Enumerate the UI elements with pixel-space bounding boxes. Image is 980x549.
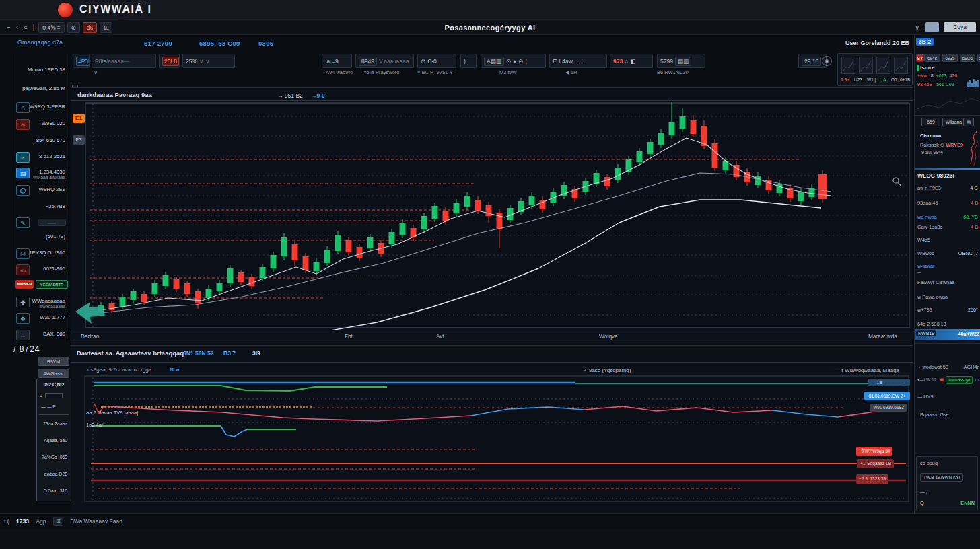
toolbar-button-9-1[interactable]: . — [575, 57, 576, 65]
account-row-3[interactable]: Gaw 1aa3o4 B — [917, 224, 979, 230]
sidebar-item-0[interactable]: Mcnvo.1FED 38 — [14, 65, 69, 80]
toolbar-button-3-2[interactable]: ∨ — [205, 57, 209, 65]
sidebar-footer-button-1[interactable]: B9YM — [38, 357, 69, 366]
right-panel-tab-2[interactable]: ▤ — [963, 118, 974, 126]
toolbar-button-8-2[interactable]: ◑ — [513, 57, 516, 65]
toolbar-button-4-0[interactable]: .a — [325, 57, 330, 65]
toolbar-button-8-1[interactable]: ⊙ — [506, 57, 511, 65]
menubar-icon-1[interactable]: ‹ — [16, 20, 18, 35]
order-box-q[interactable]: Q — [920, 500, 924, 506]
right-panel-tab-1[interactable]: Wilsana — [942, 118, 965, 126]
timeframe-chip-4[interactable]: 6m — [977, 54, 980, 62]
menubar-icon-0[interactable]: ⌐ — [7, 20, 11, 35]
chart-thumbnail-2[interactable] — [876, 57, 890, 74]
account-row-9[interactable]: w Pawa owaa — [917, 294, 979, 300]
toolbar-button-9-0[interactable]: ⊡ L4aw — [553, 57, 573, 65]
dropdown-item-4[interactable]: O 5aa . 310 — [37, 488, 71, 493]
timeframe-chip-1[interactable]: 6948 — [924, 54, 940, 62]
sidebar-item-10[interactable]: (601.73) — [14, 231, 69, 247]
dropdown-item-3[interactable]: awbaa D28 — [37, 472, 71, 476]
chart-preview-panel[interactable]: 1 9aU23W1 ||, AO56+1B — [837, 53, 913, 86]
sidebar-item-7[interactable]: @W9RQ 2E9 — [14, 184, 69, 200]
timeframe-chip-0[interactable]: SY — [916, 54, 924, 62]
sidebar-item-2[interactable]: ☃W9RQ 3-EFER — [14, 102, 69, 117]
menubar-button-0[interactable]: 0 4⅝ ≡ — [38, 22, 64, 33]
toolbar-button-10-2[interactable]: ◧ — [630, 57, 635, 65]
sidebar-item-11[interactable]: ☉1EY3Q GL/S00 — [14, 248, 69, 263]
account-row-1[interactable]: 93aaa 454 B — [917, 200, 979, 206]
sidebar-item-12[interactable]: sïo6021-905 — [14, 264, 69, 279]
sidebar-item-15[interactable]: ❖W20 1.777 — [14, 312, 69, 328]
menubar-icon-2[interactable]: « — [24, 20, 28, 35]
indicator-option-right[interactable]: — r Wiawoqwaaaa, Maaga — [835, 367, 899, 373]
sidebar-buy-button[interactable]: AWNER — [15, 280, 34, 289]
toolbar-button-8-3[interactable]: ⊙ — [518, 57, 523, 65]
account-row-0[interactable]: aw n F9E34 G — [917, 185, 979, 191]
right-panel-tab-0[interactable]: 659 — [921, 118, 940, 126]
timeframe-chip-3[interactable]: 69Q6 — [960, 54, 975, 62]
dropdown-line-row[interactable]: — — E — [37, 404, 71, 409]
toolbar-button-4-1[interactable]: =9 — [332, 57, 339, 65]
toolbar-button-3-1[interactable]: ∨ — [199, 57, 203, 65]
indicator-settings-value[interactable]: N' a — [170, 367, 179, 373]
dropdown-item-2[interactable]: 7a%Ga ,069 — [37, 455, 71, 460]
menubar-right-button[interactable]: Cqya — [944, 22, 976, 32]
sidebar-item-9[interactable]: ✎▬▬ — [14, 217, 69, 232]
indicator-option-check[interactable]: ✓ 9aso (Yqsqpamq) — [583, 367, 631, 373]
dropdown-item-1[interactable]: Aqaaa, 5a0 — [37, 438, 71, 443]
chevron-down-icon[interactable]: ∨ — [915, 20, 919, 35]
dropdown-item-0[interactable]: 73aa 2aaaa — [37, 421, 71, 426]
toolbar-button-5-1[interactable]: V.aaa iaaaa — [379, 57, 409, 65]
toolbar-button-10-0[interactable]: 973 — [613, 57, 623, 65]
toolbar-button-2-0[interactable]: 23I 8 — [162, 57, 179, 66]
menubar-icon-3[interactable]: | — [33, 20, 35, 35]
menubar-button-2[interactable]: d6 — [83, 22, 97, 33]
account-row-7[interactable]: -- — [917, 269, 979, 275]
account-row-2[interactable]: wa nwaa68, YB — [917, 214, 979, 220]
chart-thumbnail-3[interactable] — [894, 57, 908, 74]
sidebar-item-14[interactable]: ✚WWqaaaaaaawwYqaaaaaa — [14, 296, 69, 312]
toolbar-button-3-0[interactable]: 25% — [186, 57, 197, 65]
feed-icon[interactable]: ⊞ — [53, 517, 63, 526]
account-row-6[interactable]: w-tawar — [917, 263, 979, 269]
toolbar-button-5-0[interactable]: 8949 — [359, 57, 377, 66]
toolbar-button-11-1[interactable]: ▤▥ — [675, 57, 691, 66]
toolbar-button-1-0[interactable]: P8ts/aaaaa— — [95, 57, 130, 65]
account-row-11[interactable]: 64a 2 588 13 — [917, 321, 979, 327]
toolbar-button-10-1[interactable]: ○ — [625, 57, 628, 65]
sidebar-item-16[interactable]: ⇔BAX, 080 — [14, 329, 69, 344]
dropdown-input[interactable] — [45, 393, 63, 398]
order-box-chip[interactable]: TW.B 1979WN KYI — [920, 473, 963, 482]
sidebar-item-4[interactable]: 854 650 670 — [14, 135, 69, 151]
time-axis[interactable]: DerfraoFbtAvtWofqveMaraa: wda — [71, 330, 913, 344]
toolbar-button-12-0[interactable]: 29 18 — [802, 57, 821, 66]
bottom-row-2[interactable]: ▾—i W 17wwwass ga⊡ 8 — [917, 376, 980, 384]
sidebar-item-5[interactable]: ≈8 512 2521 — [14, 151, 69, 167]
sidebar-footer-button-2[interactable]: 4WGaaar — [38, 369, 69, 378]
toolbar-button-7-0[interactable]: ) — [464, 57, 466, 65]
menubar-button-3[interactable]: ⊞ — [100, 22, 112, 33]
margin-progress-bar[interactable]: NWB1940aKW2Z — [915, 329, 980, 340]
toolbar-button-8-4[interactable]: ⟨ — [525, 57, 527, 65]
sidebar-item-3[interactable]: ≋W98L 020 — [14, 118, 69, 134]
sidebar-item-1[interactable]: pajwewarr, 2.85-M — [14, 83, 69, 99]
bottom-row-1[interactable]: ◑wodawst 53 — [917, 364, 948, 370]
chart-thumbnail-1[interactable] — [859, 57, 873, 74]
account-row-8[interactable]: Fawwyr Ciswnaa — [917, 279, 979, 285]
account-row-4[interactable]: W4a5 — [917, 237, 979, 243]
sidebar-item-6[interactable]: ▤~1,234,4039W9 5aa awwaaa — [14, 167, 69, 182]
watch-icon[interactable]: ◉ — [822, 56, 832, 66]
sidebar-item-13[interactable]: AWNERYESW ENTR — [14, 279, 69, 295]
sidebar-header-link[interactable]: Gmaoqaqag d7a — [18, 39, 63, 46]
candlestick-chart[interactable] — [71, 102, 913, 330]
chart-thumbnail-0[interactable] — [841, 57, 855, 74]
account-row-10[interactable]: w+783250° — [917, 307, 979, 313]
toolbar-button-9-2[interactable]: . . — [578, 57, 583, 65]
toolbar-button-6-1[interactable]: C-0 — [427, 57, 437, 65]
order-box-confirm[interactable]: ENNN — [960, 500, 975, 506]
timeframe-chip-2[interactable]: 6935 — [942, 54, 958, 62]
indicator-line-chart[interactable]: 1⊞ ————81.81.0619.CW 2+W9L 6919.6193~9 W… — [71, 374, 913, 513]
menubar-button-1[interactable]: ⊕ — [67, 22, 80, 33]
toolbar-button-0-0[interactable]: ≠P3I — [76, 57, 90, 66]
toolbar-button-8-0[interactable]: A▤▥ — [484, 57, 504, 66]
